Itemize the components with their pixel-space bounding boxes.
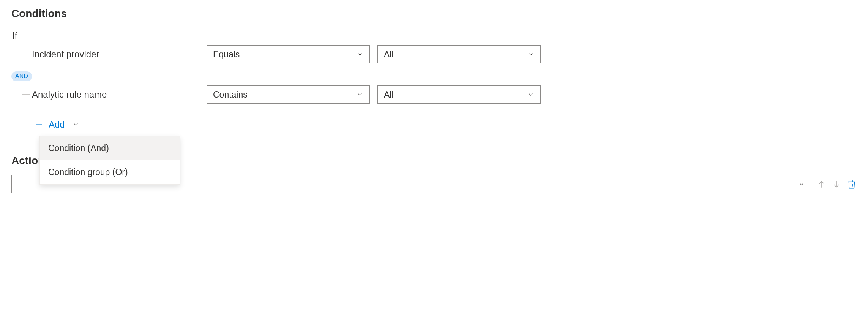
value-select[interactable]: All bbox=[377, 85, 541, 104]
conditions-container: AND Incident provider Equals All Analyti… bbox=[19, 45, 857, 131]
operator-select[interactable]: Equals bbox=[207, 45, 370, 63]
condition-row: Incident provider Equals All bbox=[19, 45, 857, 64]
chevron-down-icon bbox=[357, 51, 363, 58]
action-row-controls bbox=[817, 179, 857, 189]
add-dropdown-menu: Condition (And) Condition group (Or) bbox=[39, 136, 180, 185]
conditions-title: Conditions bbox=[11, 8, 857, 20]
operator-value: Contains bbox=[213, 90, 248, 100]
chevron-down-icon bbox=[527, 51, 534, 58]
add-button[interactable]: Add bbox=[32, 118, 82, 131]
value-text: All bbox=[384, 49, 394, 60]
operator-value: Equals bbox=[213, 49, 240, 60]
arrow-divider bbox=[829, 180, 829, 188]
value-text: All bbox=[384, 90, 394, 100]
chevron-down-icon bbox=[73, 121, 79, 128]
chevron-down-icon bbox=[798, 181, 805, 188]
add-label: Add bbox=[49, 119, 65, 130]
add-condition-row: Add Condition (And) Condition group (Or) bbox=[19, 118, 857, 131]
value-select[interactable]: All bbox=[377, 45, 541, 63]
chevron-down-icon bbox=[527, 91, 534, 98]
condition-row: Analytic rule name Contains All bbox=[19, 85, 857, 104]
chevron-down-icon bbox=[357, 91, 363, 98]
condition-property-label: Analytic rule name bbox=[32, 89, 199, 100]
menu-item-condition-group-or[interactable]: Condition group (Or) bbox=[40, 160, 180, 184]
menu-item-condition-and[interactable]: Condition (And) bbox=[40, 136, 180, 160]
move-down-icon[interactable] bbox=[832, 179, 841, 189]
condition-property-label: Incident provider bbox=[32, 49, 199, 60]
if-label: If bbox=[12, 30, 857, 41]
delete-icon[interactable] bbox=[847, 179, 857, 189]
plus-icon bbox=[35, 120, 43, 129]
and-badge: AND bbox=[11, 71, 32, 81]
operator-select[interactable]: Contains bbox=[207, 85, 370, 104]
move-up-icon[interactable] bbox=[817, 179, 827, 189]
